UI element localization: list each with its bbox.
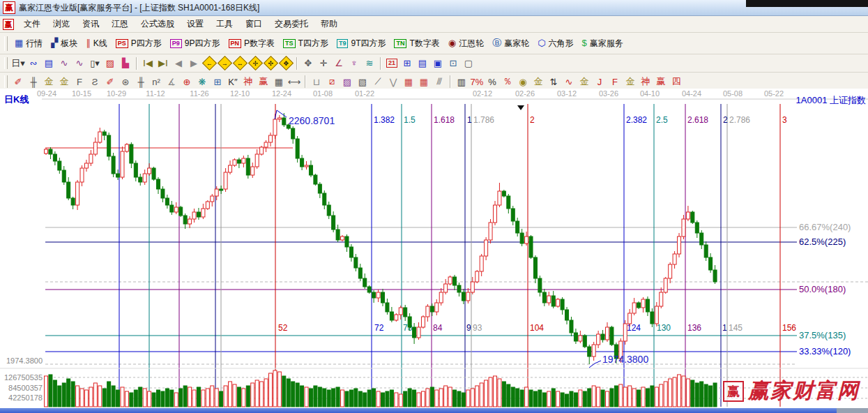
crosshair-tool[interactable]: ✛ bbox=[317, 57, 330, 70]
percent-7-icon[interactable]: 7% bbox=[470, 75, 484, 89]
gold-angle2-icon[interactable]: 金 bbox=[623, 75, 637, 89]
gann-gold2-icon[interactable]: 金 bbox=[57, 75, 71, 89]
jump-end-button[interactable]: ▶Ⅰ bbox=[156, 57, 170, 70]
toolbar-button-赢家服务[interactable]: $赢家服务 bbox=[578, 36, 627, 51]
mdi-child-icon[interactable]: 赢 bbox=[3, 19, 14, 30]
diamond-left-icon[interactable]: ← bbox=[202, 57, 216, 70]
percent-line-icon[interactable]: ％ bbox=[501, 75, 515, 89]
ying-tool-icon[interactable]: 赢 bbox=[257, 75, 271, 89]
toolbar-button-P四方形[interactable]: PSP四方形 bbox=[112, 36, 166, 51]
square-grid-icon[interactable]: ⊞ bbox=[211, 75, 224, 89]
toolbar-button-K线[interactable]: ∥K线 bbox=[82, 36, 112, 51]
menu-item-2[interactable]: 资讯 bbox=[76, 16, 105, 32]
price-comb-icon[interactable]: ╫ bbox=[134, 75, 148, 89]
red-grid-icon[interactable]: ▦ bbox=[402, 75, 416, 89]
diamond-star-icon[interactable]: ✣ bbox=[264, 57, 277, 70]
wave-3-icon[interactable]: ∿ bbox=[57, 57, 71, 70]
parallel-lines-icon[interactable]: ⫻ bbox=[432, 75, 446, 89]
fib-tool-icon[interactable]: F bbox=[73, 75, 86, 89]
menu-item-7[interactable]: 窗口 bbox=[239, 16, 268, 32]
toolbar-button-9T四方形[interactable]: T99T四方形 bbox=[333, 36, 390, 51]
menu-item-6[interactable]: 工具 bbox=[210, 16, 239, 32]
bottom-scroll-strip[interactable] bbox=[0, 408, 868, 413]
spiral-tool-icon[interactable]: Ƨ bbox=[88, 75, 102, 89]
si-angle-icon[interactable]: 四 bbox=[669, 75, 683, 89]
candle-type-dropdown[interactable]: 日▾ bbox=[11, 57, 25, 70]
menu-item-0[interactable]: 文件 bbox=[17, 16, 47, 32]
bar-style-dropdown[interactable]: ▯▾ bbox=[88, 57, 102, 70]
diamond-right-icon[interactable]: → bbox=[218, 57, 231, 70]
gold-circle-icon[interactable]: ◉ bbox=[516, 75, 530, 89]
menu-item-5[interactable]: 设置 bbox=[181, 16, 210, 32]
diamond-all-icon[interactable]: ✥ bbox=[279, 57, 293, 70]
zigzag-icon[interactable]: ⋁ bbox=[386, 75, 400, 89]
toolbar-button-9P四方形[interactable]: P99P四方形 bbox=[166, 36, 224, 51]
gann-fork-tool[interactable]: ♆ bbox=[347, 57, 361, 70]
workstation-icon[interactable]: ▢ bbox=[462, 57, 475, 70]
save-icon[interactable]: ▣ bbox=[431, 57, 445, 70]
gold-angle-icon[interactable]: 金 bbox=[577, 75, 591, 89]
info-panel-icon[interactable]: ▤ bbox=[42, 57, 56, 70]
toolbar-button-P数字表[interactable]: PNP数字表 bbox=[224, 36, 280, 51]
menu-item-4[interactable]: 公式选股 bbox=[135, 16, 181, 32]
toolbar-button-行情[interactable]: ▦行情 bbox=[10, 36, 47, 51]
f-angle-icon[interactable]: F bbox=[608, 75, 622, 89]
grid-123-icon[interactable]: ▦ bbox=[272, 75, 286, 89]
span-measure-icon[interactable]: ⟷ bbox=[287, 75, 301, 89]
hand-tool[interactable]: ✥ bbox=[301, 57, 315, 70]
draw-pen-icon[interactable]: ✐ bbox=[11, 75, 25, 89]
toolbar-button-T四方形[interactable]: TST四方形 bbox=[279, 36, 333, 51]
gold-line-icon[interactable]: 金 bbox=[531, 75, 545, 89]
shen-tool-icon[interactable]: 神 bbox=[241, 75, 255, 89]
toolbar-button-T数字表[interactable]: TNT数字表 bbox=[390, 36, 443, 51]
kline-chart-canvas[interactable]: 09-2410-1510-2911-1211-2612-1012-2401-08… bbox=[0, 89, 868, 408]
diamond-h-icon[interactable]: ↔ bbox=[233, 57, 247, 70]
jump-start-button[interactable]: Ⅰ◀ bbox=[141, 57, 155, 70]
box-range-icon[interactable]: ⊔ bbox=[310, 75, 323, 89]
step-left-button[interactable]: ◀ bbox=[172, 57, 185, 70]
ying-angle-icon[interactable]: 赢 bbox=[654, 75, 668, 89]
toolbar-button-赢家轮[interactable]: Ⓑ赢家轮 bbox=[488, 36, 533, 51]
free-draw-icon[interactable]: ∾ bbox=[26, 57, 40, 70]
network-icon[interactable]: ⊡ bbox=[446, 57, 460, 70]
trend-line-icon[interactable]: ⟋ bbox=[371, 75, 385, 89]
stats-panel-icon[interactable]: ▥ bbox=[455, 75, 469, 89]
shen-angle-icon[interactable]: 神 bbox=[639, 75, 653, 89]
angle-fan-icon[interactable]: ∡ bbox=[165, 75, 178, 89]
fan-lines-icon[interactable]: ⧄ bbox=[325, 75, 339, 89]
diamond-x-icon[interactable]: ✢ bbox=[248, 57, 262, 70]
wave-red-icon[interactable]: ∿ bbox=[562, 75, 576, 89]
toolbar-button-江恩轮[interactable]: ◉江恩轮 bbox=[444, 36, 488, 51]
wave-scribble-tool[interactable]: ≋ bbox=[363, 57, 376, 70]
circle-cross-icon[interactable]: ⊕ bbox=[180, 75, 194, 89]
wave-9-icon[interactable]: ∿ bbox=[73, 57, 86, 70]
diary-icon[interactable]: ▤ bbox=[416, 57, 429, 70]
histogram-icon[interactable]: ▙ bbox=[119, 57, 132, 70]
time-circle-icon[interactable]: ⊛ bbox=[119, 75, 132, 89]
menu-item-1[interactable]: 浏览 bbox=[47, 16, 76, 32]
title-bar[interactable]: 赢 赢家江恩专业版[赢家服务平台] - [上证指数 SH1A0001-168日K… bbox=[0, 0, 868, 16]
star-grid-icon[interactable]: ❋ bbox=[195, 75, 209, 89]
square-of-nine-icon[interactable]: n² bbox=[149, 75, 163, 89]
angle-measure-tool[interactable]: ∠ bbox=[332, 57, 346, 70]
shaded-box-icon[interactable]: ▨ bbox=[340, 75, 354, 89]
menu-item-8[interactable]: 交易委托 bbox=[268, 16, 314, 32]
j-angle-icon[interactable]: J bbox=[593, 75, 607, 89]
hatch-box-icon[interactable]: ▧ bbox=[356, 75, 370, 89]
comb-ruler-icon[interactable]: ╫ bbox=[26, 75, 40, 89]
step-right-button[interactable]: ▶ bbox=[187, 57, 201, 70]
pattern-box-icon[interactable]: ▨ bbox=[103, 57, 117, 70]
k-mark-icon[interactable]: K″ bbox=[226, 75, 240, 89]
chart-area[interactable]: 09-2410-1510-2911-1211-2612-1012-2401-08… bbox=[0, 89, 868, 408]
toolbar-button-板块[interactable]: ▞板块 bbox=[47, 36, 82, 51]
calendar-icon[interactable]: 21 bbox=[385, 57, 399, 70]
gann-gold-icon[interactable]: 金 bbox=[42, 75, 56, 89]
red-grid2-icon[interactable]: ▦ bbox=[417, 75, 431, 89]
calculator-icon[interactable]: ⊞ bbox=[400, 57, 414, 70]
marker-pen-icon[interactable]: ✐ bbox=[103, 75, 117, 89]
menu-item-9[interactable]: 帮助 bbox=[314, 16, 344, 32]
toolbar-button-六角形[interactable]: ⬡六角形 bbox=[533, 36, 577, 51]
menu-item-3[interactable]: 江恩 bbox=[105, 16, 135, 32]
updown-icon[interactable]: ⇅ bbox=[547, 75, 561, 89]
percent-icon[interactable]: % bbox=[485, 75, 499, 89]
